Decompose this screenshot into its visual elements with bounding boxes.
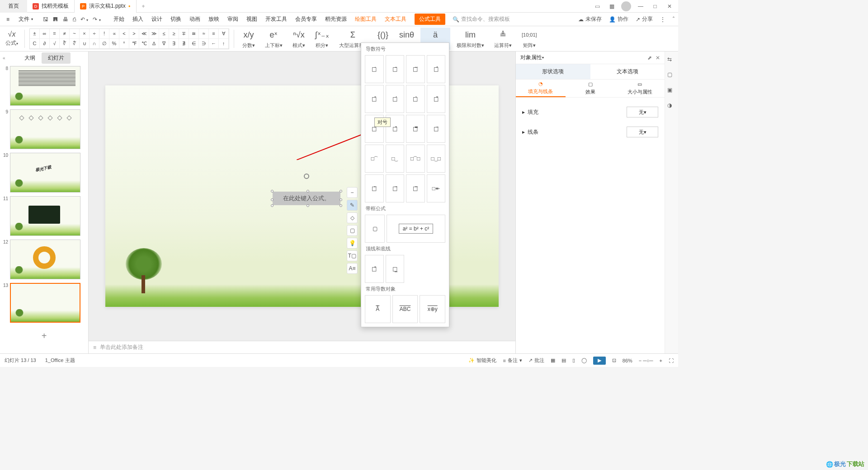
saveas-icon[interactable]: 🖪	[53, 16, 58, 23]
slide-thumb-12[interactable]: 12	[2, 240, 86, 279]
undo-icon[interactable]: ↶ ▾	[80, 16, 88, 23]
zoomin-button[interactable]: +	[660, 358, 662, 363]
save-icon[interactable]: 🖫	[43, 16, 48, 23]
formula-dropdown[interactable]: √x 公式▾	[4, 29, 20, 48]
symbol-button[interactable]: ×	[80, 29, 90, 39]
accent-item[interactable]: □̈	[386, 55, 405, 83]
symbol-button[interactable]: ∇	[159, 39, 169, 49]
boxed-item[interactable]: ▢	[365, 215, 385, 243]
resize-handle[interactable]	[271, 204, 274, 207]
symbol-button[interactable]: ≫	[149, 29, 159, 39]
accent-item[interactable]: □⃖	[365, 174, 384, 202]
apps-icon[interactable]: ▦	[607, 1, 617, 11]
text-options-tab[interactable]: 文本选项	[590, 64, 665, 79]
settings-icon[interactable]: ⇆	[667, 56, 676, 65]
idea-icon[interactable]: 💡	[347, 238, 358, 249]
tab-devtools[interactable]: 开发工具	[265, 15, 287, 23]
tab-start[interactable]: 开始	[113, 15, 124, 23]
script-dropdown[interactable]: eˣ上下标▾	[261, 28, 286, 50]
tab-drawtools[interactable]: 绘图工具	[355, 15, 377, 23]
close-panel-icon[interactable]: ✕	[656, 55, 660, 61]
slides-tab[interactable]: 幻灯片	[42, 52, 71, 64]
fullscreen-icon[interactable]: ⛶	[669, 358, 674, 363]
accent-item[interactable]: □̆	[427, 85, 446, 113]
avatar-icon[interactable]	[621, 1, 631, 11]
symbol-button[interactable]: ∈	[189, 39, 199, 49]
tab-review[interactable]: 审阅	[227, 15, 238, 23]
tab-slideshow[interactable]: 放映	[208, 15, 219, 23]
operator-dropdown[interactable]: ≜运算符▾	[491, 28, 515, 50]
style-icon[interactable]: A≡	[347, 263, 358, 274]
zoomout-button[interactable]: − ─○─	[639, 358, 653, 363]
underline-item[interactable]: □̲	[386, 255, 405, 283]
tab-vip[interactable]: 会员专享	[295, 15, 317, 23]
symbol-button[interactable]: ∅	[99, 39, 109, 49]
thumbnail-icon[interactable]: ▢	[667, 71, 676, 80]
accent-item[interactable]: □⃑	[427, 115, 446, 143]
effects-tab[interactable]: ▢效果	[566, 80, 615, 97]
symbol-button[interactable]: ≅	[189, 29, 199, 39]
accent-item[interactable]: □̌	[365, 85, 384, 113]
tab-formulatools[interactable]: 公式工具	[415, 14, 445, 25]
common-accent-item[interactable]: Ā	[365, 295, 391, 323]
symbol-button[interactable]: °	[119, 39, 129, 49]
notes-button[interactable]: ≡备注▾	[503, 357, 522, 364]
fill-row[interactable]: ▸ 填充	[522, 108, 627, 116]
symbol-button[interactable]: ≥	[169, 29, 179, 39]
fraction-dropdown[interactable]: x/y分数▾	[239, 28, 259, 50]
resize-handle[interactable]	[307, 204, 309, 207]
notes-bar[interactable]: ≡ 单击此处添加备注	[89, 341, 515, 353]
matrix-dropdown[interactable]: [10;01]矩阵▾	[518, 28, 541, 50]
textbox-icon[interactable]: T▢	[347, 250, 358, 261]
accent-item[interactable]: □̂	[427, 55, 446, 83]
symbol-button[interactable]: ∋	[199, 39, 209, 49]
view-sorter-icon[interactable]: ▤	[561, 357, 566, 363]
symbol-button[interactable]: !	[99, 29, 109, 39]
tab-transition[interactable]: 切换	[170, 15, 181, 23]
symbol-button[interactable]: ∄	[179, 39, 189, 49]
symbol-button[interactable]: %	[109, 39, 119, 49]
symbol-button[interactable]: ∂	[40, 39, 50, 49]
integral-dropdown[interactable]: ∫ˣ₋ₓ积分▾	[311, 28, 333, 50]
resize-handle[interactable]	[271, 198, 274, 201]
new-tab-button[interactable]: +	[137, 3, 151, 9]
accent-item[interactable]: □⃛	[406, 55, 425, 83]
resize-handle[interactable]	[307, 190, 309, 193]
preview-icon[interactable]: ⎙	[73, 16, 76, 23]
accent-item[interactable]: □⏟	[386, 145, 405, 173]
line-select[interactable]: 无 ▾	[627, 127, 658, 137]
resize-handle[interactable]	[271, 190, 274, 193]
resize-handle[interactable]	[340, 190, 342, 193]
border-icon[interactable]: ▢	[347, 225, 358, 236]
collab-button[interactable]: 👤协作	[609, 15, 628, 23]
accent-item[interactable]: □́	[386, 85, 405, 113]
symbol-button[interactable]: >	[129, 29, 139, 39]
fillline-tab[interactable]: ◔填充与线条	[516, 80, 566, 97]
symbol-button[interactable]: ∪	[80, 39, 90, 49]
tab-home[interactable]: 首页	[0, 0, 27, 13]
boxed-formula-item[interactable]: a² = b² + c²	[387, 215, 445, 243]
radical-dropdown[interactable]: ⁿ√x根式▾	[289, 28, 309, 50]
minimize-button[interactable]: —	[636, 1, 646, 11]
accent-item[interactable]: □̇	[365, 55, 384, 83]
layout-icon[interactable]: ▭	[592, 1, 602, 11]
collapse-icon[interactable]: «	[3, 56, 5, 61]
symbol-button[interactable]: ∜	[70, 39, 80, 49]
tab-resources[interactable]: 稻壳资源	[325, 15, 347, 23]
formula-placeholder[interactable]: 在此处键入公式。 − ✎ ◇ ▢ 💡	[273, 192, 340, 205]
brush-icon[interactable]: ✎	[347, 200, 358, 211]
resize-handle[interactable]	[340, 204, 342, 207]
symbol-button[interactable]: ≠	[60, 29, 70, 39]
accent-item[interactable]: □⃗	[386, 174, 405, 202]
accent-item[interactable]: □⏞	[365, 145, 384, 173]
common-accent-item[interactable]: x⊕y	[420, 295, 445, 323]
symbol-button[interactable]: ∩	[90, 39, 99, 49]
symbol-button[interactable]: ∞	[40, 29, 50, 39]
symbol-button[interactable]: ≡	[209, 29, 219, 39]
symbol-button[interactable]: ∛	[60, 39, 70, 49]
tab-templates[interactable]: D 找稻壳模板	[27, 0, 75, 13]
collapse-ribbon-icon[interactable]: ˆ	[673, 16, 675, 23]
beautify-button[interactable]: ✨智能美化	[468, 357, 496, 364]
slide-thumb-8[interactable]: 8	[2, 66, 86, 106]
view-normal-icon[interactable]: ▦	[551, 357, 555, 363]
